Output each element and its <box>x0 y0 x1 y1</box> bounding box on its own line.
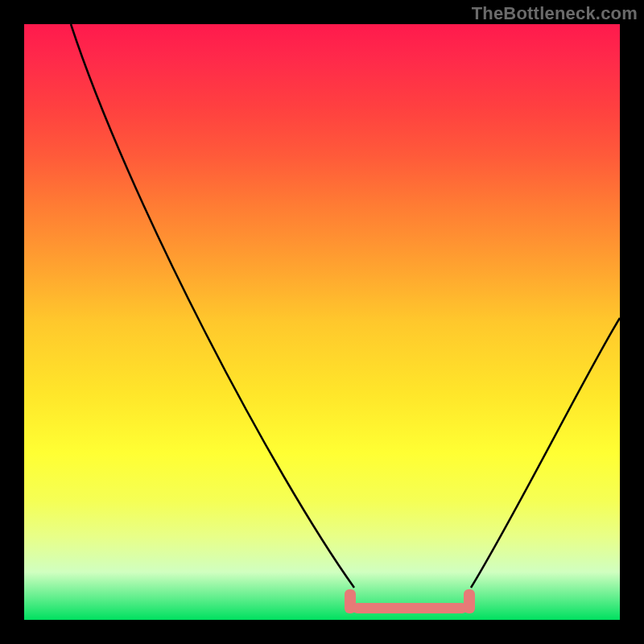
curve-left-limb <box>71 24 354 588</box>
optimal-marker-right-cap <box>464 589 475 613</box>
watermark-text: TheBottleneck.com <box>472 3 638 24</box>
optimal-marker-bar <box>353 603 467 613</box>
chart-canvas: TheBottleneck.com <box>0 0 644 644</box>
curve-right-limb <box>471 318 620 588</box>
bottleneck-curve <box>24 24 620 620</box>
